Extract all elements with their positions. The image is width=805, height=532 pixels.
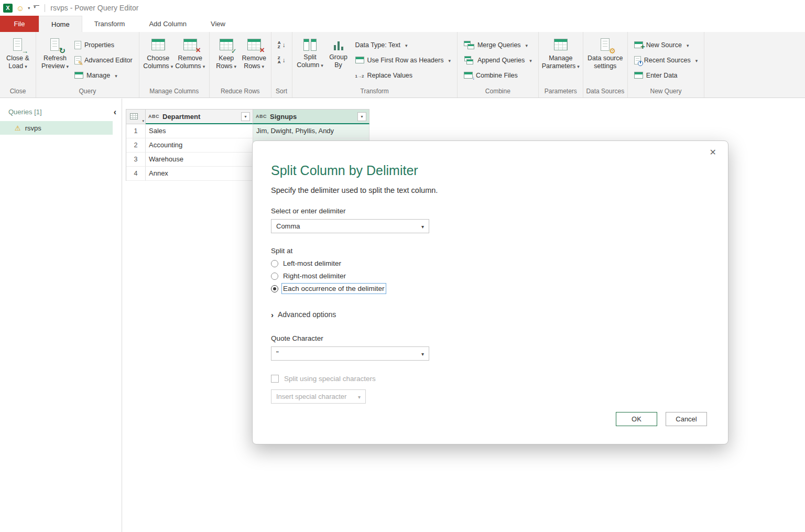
append-queries-button[interactable]: Append Queries bbox=[461, 53, 535, 67]
row-number[interactable]: 4 bbox=[126, 167, 146, 181]
group-by-label: Group By bbox=[329, 53, 347, 69]
row-number[interactable]: 3 bbox=[126, 153, 146, 167]
combine-files-button[interactable]: Combine Files bbox=[461, 69, 535, 82]
choose-columns-button[interactable]: Choose Columns bbox=[143, 34, 173, 71]
ribbon-tab-bar: File Home Transform Add Column View bbox=[0, 16, 805, 32]
properties-button[interactable]: Properties bbox=[72, 38, 135, 51]
merge-queries-button[interactable]: Merge Queries bbox=[461, 38, 535, 51]
dialog-title: Split Column by Delimiter bbox=[271, 163, 707, 178]
group-by-button[interactable]: Group By bbox=[326, 34, 351, 69]
ribbon-filler bbox=[704, 32, 805, 97]
recent-sources-label: Recent Sources bbox=[644, 57, 691, 64]
manage-parameters-button[interactable]: Manage Parameters bbox=[542, 34, 579, 71]
new-source-button[interactable]: New Source bbox=[632, 38, 700, 51]
manage-button[interactable]: Manage bbox=[72, 69, 135, 82]
remove-columns-button[interactable]: Remove Columns bbox=[175, 34, 205, 71]
replace-values-button[interactable]: Replace Values bbox=[353, 69, 453, 82]
query-list-item-rsvps[interactable]: rsvps bbox=[0, 121, 113, 135]
table-row: 1 Sales Jim, Dwight, Phyllis, Andy bbox=[126, 124, 369, 138]
tab-view[interactable]: View bbox=[199, 16, 237, 32]
collapse-pane-icon[interactable] bbox=[114, 108, 116, 116]
use-first-row-label: Use First Row as Headers bbox=[367, 57, 444, 64]
delimiter-label: Select or enter delimiter bbox=[271, 207, 707, 215]
column-header-label: Department bbox=[162, 113, 238, 121]
quote-character-select[interactable]: " bbox=[271, 346, 429, 361]
advanced-editor-button[interactable]: Advanced Editor bbox=[72, 53, 135, 67]
data-source-settings-icon bbox=[597, 38, 613, 52]
use-first-row-as-headers-button[interactable]: Use First Row as Headers bbox=[353, 53, 453, 67]
first-row-headers-icon bbox=[355, 57, 364, 63]
remove-columns-icon bbox=[182, 38, 198, 52]
refresh-preview-button[interactable]: Refresh Preview bbox=[40, 34, 70, 71]
close-and-load-button[interactable]: Close & Load bbox=[4, 34, 32, 71]
ok-button[interactable]: OK bbox=[616, 412, 657, 426]
tab-add-column[interactable]: Add Column bbox=[137, 16, 199, 32]
tab-transform[interactable]: Transform bbox=[82, 16, 137, 32]
data-source-settings-button[interactable]: Data source settings bbox=[587, 34, 624, 70]
enter-data-button[interactable]: Enter Data bbox=[632, 69, 700, 82]
filter-dropdown-button[interactable] bbox=[241, 112, 250, 121]
append-queries-label: Append Queries bbox=[477, 57, 525, 64]
column-header-signups[interactable]: ABC Signups bbox=[253, 109, 369, 124]
queries-pane-title: Queries [1] bbox=[8, 108, 42, 116]
checkbox-label: Split using special characters bbox=[284, 375, 376, 383]
dropdown-caret-icon bbox=[23, 62, 27, 70]
dropdown-caret-icon bbox=[260, 62, 265, 70]
delimiter-select[interactable]: Comma bbox=[271, 219, 429, 233]
feedback-smiley-icon[interactable] bbox=[16, 4, 24, 12]
recent-sources-icon bbox=[634, 56, 641, 64]
column-header-department[interactable]: ABC Department bbox=[146, 109, 253, 124]
excel-app-icon: X bbox=[3, 4, 13, 13]
group-caption-query: Query bbox=[39, 87, 136, 97]
new-source-label: New Source bbox=[646, 41, 682, 49]
group-caption-new-query: New Query bbox=[630, 87, 701, 97]
sort-az-icon bbox=[278, 41, 281, 49]
advanced-options-toggle[interactable]: Advanced options bbox=[271, 310, 336, 319]
merge-queries-icon bbox=[464, 41, 474, 49]
ribbon: Close & Load Close Refresh Preview Prope… bbox=[0, 32, 805, 98]
customize-quick-access-toolbar-icon[interactable] bbox=[34, 5, 39, 10]
clock-icon bbox=[638, 61, 643, 66]
row-number[interactable]: 2 bbox=[126, 138, 146, 153]
sort-arrow-icon bbox=[282, 41, 286, 49]
radio-selected-icon bbox=[271, 285, 278, 292]
radio-right-most-delimiter[interactable]: Right-most delimiter bbox=[271, 272, 346, 280]
tab-file[interactable]: File bbox=[0, 16, 39, 32]
keep-rows-button[interactable]: Keep Rows bbox=[213, 34, 240, 71]
split-column-label: Split Column bbox=[297, 53, 319, 69]
quote-character-label: Quote Character bbox=[271, 334, 707, 342]
dropdown-caret-icon bbox=[575, 62, 580, 70]
dropdown-caret-icon bbox=[447, 57, 451, 64]
row-number[interactable]: 1 bbox=[126, 124, 146, 138]
radio-left-most-delimiter[interactable]: Left-most delimiter bbox=[271, 259, 341, 267]
group-by-icon bbox=[334, 39, 343, 50]
insert-special-character-select: Insert special character bbox=[271, 389, 366, 404]
cell-department[interactable]: Sales bbox=[146, 124, 253, 138]
replace-values-icon bbox=[355, 72, 364, 79]
ribbon-group-transform: Split Column Group By Data Type: Text Us… bbox=[292, 32, 458, 97]
data-type-button[interactable]: Data Type: Text bbox=[353, 38, 453, 51]
chevron-down-icon bbox=[421, 350, 424, 357]
append-queries-icon bbox=[464, 56, 474, 64]
remove-rows-button[interactable]: Remove Rows bbox=[241, 34, 267, 71]
select-all-corner-button[interactable] bbox=[126, 109, 146, 124]
cell-department[interactable]: Accounting bbox=[146, 138, 253, 153]
radio-each-occurrence[interactable]: Each occurrence of the delimiter bbox=[271, 285, 385, 292]
sort-descending-button[interactable] bbox=[275, 53, 288, 67]
manage-parameters-label: Manage Parameters bbox=[542, 55, 576, 70]
cell-signups[interactable]: Jim, Dwight, Phyllis, Andy bbox=[253, 124, 369, 138]
recent-sources-button[interactable]: Recent Sources bbox=[632, 53, 700, 67]
cell-department[interactable]: Warehouse bbox=[146, 153, 253, 167]
split-column-button[interactable]: Split Column bbox=[296, 34, 324, 70]
close-icon[interactable] bbox=[710, 148, 716, 157]
sort-ascending-button[interactable] bbox=[275, 38, 288, 51]
feedback-dropdown-caret-icon[interactable] bbox=[28, 6, 30, 10]
cell-department[interactable]: Annex bbox=[146, 167, 253, 181]
checkbox-icon bbox=[271, 375, 279, 383]
group-caption-data-sources: Data Sources bbox=[586, 87, 625, 97]
remove-columns-label: Remove Columns bbox=[175, 55, 202, 70]
keep-rows-label: Keep Rows bbox=[216, 55, 234, 70]
tab-home[interactable]: Home bbox=[39, 16, 82, 32]
filter-dropdown-button[interactable] bbox=[357, 112, 366, 121]
cancel-button[interactable]: Cancel bbox=[666, 412, 707, 426]
